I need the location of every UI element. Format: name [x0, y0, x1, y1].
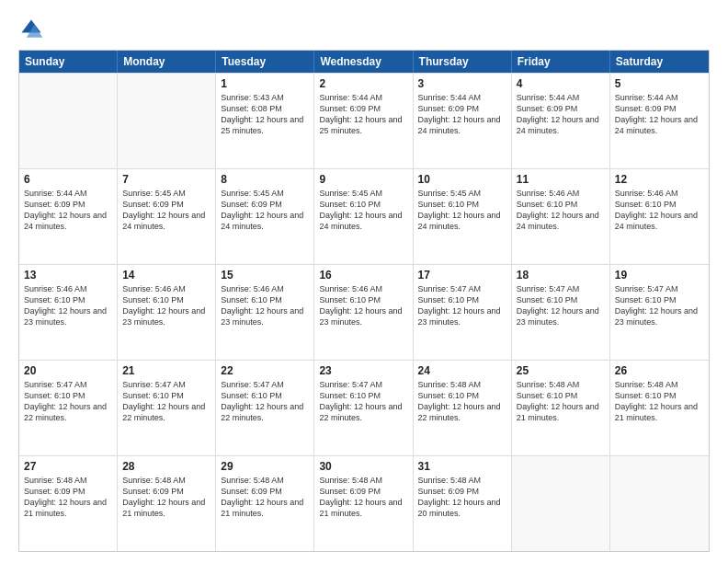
calendar-header: SundayMondayTuesdayWednesdayThursdayFrid… [19, 51, 709, 73]
day-info: Sunrise: 5:48 AM Sunset: 6:10 PM Dayligh… [517, 379, 605, 424]
day-info: Sunrise: 5:45 AM Sunset: 6:09 PM Dayligh… [221, 188, 309, 233]
day-number: 16 [319, 269, 407, 282]
day-number: 15 [221, 269, 309, 282]
calendar-cell: 11Sunrise: 5:46 AM Sunset: 6:10 PM Dayli… [512, 169, 610, 264]
day-info: Sunrise: 5:47 AM Sunset: 6:10 PM Dayligh… [319, 379, 407, 424]
day-info: Sunrise: 5:45 AM Sunset: 6:10 PM Dayligh… [319, 188, 407, 233]
day-number: 28 [122, 460, 210, 473]
header-day: Sunday [19, 51, 118, 73]
calendar-cell: 10Sunrise: 5:45 AM Sunset: 6:10 PM Dayli… [414, 169, 512, 264]
day-info: Sunrise: 5:48 AM Sunset: 6:09 PM Dayligh… [122, 475, 210, 520]
day-info: Sunrise: 5:44 AM Sunset: 6:09 PM Dayligh… [24, 188, 112, 233]
calendar-row: 13Sunrise: 5:46 AM Sunset: 6:10 PM Dayli… [19, 264, 709, 360]
header-day: Saturday [610, 51, 709, 73]
day-info: Sunrise: 5:47 AM Sunset: 6:10 PM Dayligh… [418, 283, 506, 328]
day-number: 20 [24, 364, 112, 377]
day-info: Sunrise: 5:47 AM Sunset: 6:10 PM Dayligh… [24, 379, 112, 424]
day-info: Sunrise: 5:45 AM Sunset: 6:09 PM Dayligh… [122, 188, 210, 233]
day-info: Sunrise: 5:46 AM Sunset: 6:10 PM Dayligh… [319, 283, 407, 328]
day-info: Sunrise: 5:46 AM Sunset: 6:10 PM Dayligh… [615, 188, 704, 233]
calendar-row: 6Sunrise: 5:44 AM Sunset: 6:09 PM Daylig… [19, 168, 709, 264]
page: SundayMondayTuesdayWednesdayThursdayFrid… [0, 0, 728, 563]
day-number: 27 [24, 460, 112, 473]
day-info: Sunrise: 5:43 AM Sunset: 6:08 PM Dayligh… [221, 92, 309, 137]
day-number: 9 [319, 173, 407, 186]
day-info: Sunrise: 5:44 AM Sunset: 6:09 PM Dayligh… [517, 92, 605, 137]
day-number: 5 [615, 77, 704, 90]
day-number: 12 [615, 173, 704, 186]
day-number: 6 [24, 173, 112, 186]
day-info: Sunrise: 5:48 AM Sunset: 6:09 PM Dayligh… [221, 475, 309, 520]
day-info: Sunrise: 5:46 AM Sunset: 6:10 PM Dayligh… [122, 283, 210, 328]
calendar-cell: 12Sunrise: 5:46 AM Sunset: 6:10 PM Dayli… [610, 169, 709, 264]
calendar-cell: 16Sunrise: 5:46 AM Sunset: 6:10 PM Dayli… [314, 265, 413, 360]
calendar-cell: 17Sunrise: 5:47 AM Sunset: 6:10 PM Dayli… [414, 265, 512, 360]
day-info: Sunrise: 5:47 AM Sunset: 6:10 PM Dayligh… [615, 283, 704, 328]
calendar-cell: 19Sunrise: 5:47 AM Sunset: 6:10 PM Dayli… [610, 265, 709, 360]
calendar-cell: 30Sunrise: 5:48 AM Sunset: 6:09 PM Dayli… [314, 456, 413, 551]
calendar-cell: 26Sunrise: 5:48 AM Sunset: 6:10 PM Dayli… [610, 361, 709, 455]
day-number: 29 [221, 460, 309, 473]
calendar-cell: 2Sunrise: 5:44 AM Sunset: 6:09 PM Daylig… [314, 74, 413, 168]
day-number: 2 [319, 77, 407, 90]
day-number: 11 [517, 173, 605, 186]
day-info: Sunrise: 5:48 AM Sunset: 6:09 PM Dayligh… [319, 475, 407, 520]
day-number: 13 [24, 269, 112, 282]
header [18, 17, 710, 42]
day-number: 21 [122, 364, 210, 377]
calendar-cell: 31Sunrise: 5:48 AM Sunset: 6:09 PM Dayli… [414, 456, 512, 551]
calendar: SundayMondayTuesdayWednesdayThursdayFrid… [18, 50, 710, 552]
day-number: 24 [418, 364, 506, 377]
header-day: Wednesday [314, 51, 413, 73]
day-info: Sunrise: 5:47 AM Sunset: 6:10 PM Dayligh… [517, 283, 605, 328]
calendar-cell: 21Sunrise: 5:47 AM Sunset: 6:10 PM Dayli… [118, 361, 216, 455]
calendar-row: 20Sunrise: 5:47 AM Sunset: 6:10 PM Dayli… [19, 360, 709, 455]
day-number: 18 [517, 269, 605, 282]
calendar-cell: 23Sunrise: 5:47 AM Sunset: 6:10 PM Dayli… [314, 361, 413, 455]
day-info: Sunrise: 5:45 AM Sunset: 6:10 PM Dayligh… [418, 188, 506, 233]
day-number: 14 [122, 269, 210, 282]
calendar-cell: 8Sunrise: 5:45 AM Sunset: 6:09 PM Daylig… [216, 169, 314, 264]
calendar-row: 27Sunrise: 5:48 AM Sunset: 6:09 PM Dayli… [19, 455, 709, 551]
calendar-cell: 3Sunrise: 5:44 AM Sunset: 6:09 PM Daylig… [414, 74, 512, 168]
day-number: 10 [418, 173, 506, 186]
day-info: Sunrise: 5:48 AM Sunset: 6:10 PM Dayligh… [615, 379, 704, 424]
calendar-cell: 5Sunrise: 5:44 AM Sunset: 6:09 PM Daylig… [610, 74, 709, 168]
day-info: Sunrise: 5:46 AM Sunset: 6:10 PM Dayligh… [221, 283, 309, 328]
calendar-cell [118, 74, 216, 168]
calendar-cell: 20Sunrise: 5:47 AM Sunset: 6:10 PM Dayli… [19, 361, 118, 455]
logo [18, 17, 48, 42]
day-number: 3 [418, 77, 506, 90]
day-number: 23 [319, 364, 407, 377]
day-number: 22 [221, 364, 309, 377]
day-info: Sunrise: 5:47 AM Sunset: 6:10 PM Dayligh… [122, 379, 210, 424]
header-day: Tuesday [216, 51, 314, 73]
calendar-cell: 13Sunrise: 5:46 AM Sunset: 6:10 PM Dayli… [19, 265, 118, 360]
day-info: Sunrise: 5:46 AM Sunset: 6:10 PM Dayligh… [517, 188, 605, 233]
day-number: 26 [615, 364, 704, 377]
day-number: 30 [319, 460, 407, 473]
calendar-cell: 29Sunrise: 5:48 AM Sunset: 6:09 PM Dayli… [216, 456, 314, 551]
calendar-cell: 9Sunrise: 5:45 AM Sunset: 6:10 PM Daylig… [314, 169, 413, 264]
calendar-cell [610, 456, 709, 551]
day-info: Sunrise: 5:44 AM Sunset: 6:09 PM Dayligh… [418, 92, 506, 137]
day-number: 1 [221, 77, 309, 90]
calendar-cell [19, 74, 118, 168]
calendar-cell: 7Sunrise: 5:45 AM Sunset: 6:09 PM Daylig… [118, 169, 216, 264]
calendar-cell: 28Sunrise: 5:48 AM Sunset: 6:09 PM Dayli… [118, 456, 216, 551]
calendar-cell: 15Sunrise: 5:46 AM Sunset: 6:10 PM Dayli… [216, 265, 314, 360]
calendar-body: 1Sunrise: 5:43 AM Sunset: 6:08 PM Daylig… [19, 73, 709, 551]
header-day: Monday [118, 51, 216, 73]
day-number: 31 [418, 460, 506, 473]
calendar-row: 1Sunrise: 5:43 AM Sunset: 6:08 PM Daylig… [19, 73, 709, 168]
day-info: Sunrise: 5:44 AM Sunset: 6:09 PM Dayligh… [319, 92, 407, 137]
day-info: Sunrise: 5:48 AM Sunset: 6:10 PM Dayligh… [418, 379, 506, 424]
calendar-cell: 27Sunrise: 5:48 AM Sunset: 6:09 PM Dayli… [19, 456, 118, 551]
day-number: 7 [122, 173, 210, 186]
logo-icon [18, 17, 44, 42]
day-info: Sunrise: 5:47 AM Sunset: 6:10 PM Dayligh… [221, 379, 309, 424]
day-info: Sunrise: 5:46 AM Sunset: 6:10 PM Dayligh… [24, 283, 112, 328]
calendar-cell: 22Sunrise: 5:47 AM Sunset: 6:10 PM Dayli… [216, 361, 314, 455]
day-number: 25 [517, 364, 605, 377]
day-number: 4 [517, 77, 605, 90]
